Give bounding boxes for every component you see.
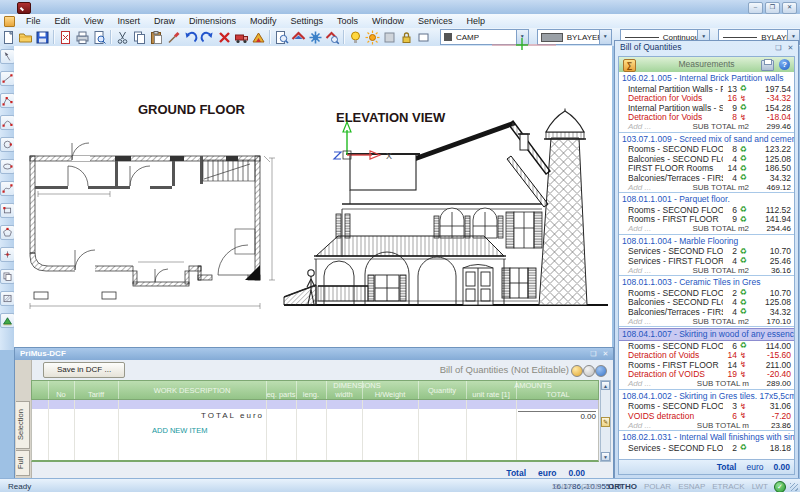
measurement-row[interactable]: Services - SECOND FLOOR2♻18.18 (619, 443, 794, 453)
measurement-row[interactable]: Internal Partition Walls - FIR....13♻197… (619, 84, 794, 94)
boq-group-title[interactable]: 108.01.1.004 - Marble Flooring (619, 236, 794, 247)
layer-freeze-icon[interactable] (364, 29, 381, 45)
close-icon[interactable]: ✕ (601, 349, 610, 358)
measurement-row[interactable]: Balconies/Terraces - FIRST F...4♻34.32 (619, 173, 794, 183)
minimize-button[interactable]: – (748, 2, 763, 14)
measurement-row[interactable]: Balconies - SECOND FLOOR4♻125.08 (619, 298, 794, 308)
elevation-view-drawing[interactable]: X (280, 108, 612, 347)
boq-group-title[interactable]: 103.07.1.009 - Screed mix of sand and ce… (619, 134, 794, 145)
copy-tool-icon[interactable] (0, 269, 15, 284)
col-header-leng[interactable]: leng. (296, 390, 326, 400)
measurement-row[interactable]: Rooms - SECOND FLOOR8♻123.22 (619, 145, 794, 155)
menu-draw[interactable]: Draw (147, 15, 182, 28)
status-ok-icon[interactable]: ✓ (774, 481, 786, 492)
scroll-edit-icon[interactable]: ✎ (601, 417, 610, 427)
toggle-etrack[interactable]: ETRACK (712, 482, 744, 491)
object-snap-icon[interactable] (307, 29, 324, 45)
maximize-button[interactable]: ❒ (765, 2, 780, 14)
selected-row[interactable] (32, 400, 598, 409)
add-measurement-link[interactable]: Add ... (619, 421, 670, 430)
menu-help[interactable]: Help (460, 15, 493, 28)
layer-on-icon[interactable] (347, 29, 364, 45)
line-tool-icon[interactable] (0, 71, 15, 86)
hatch-tool-icon[interactable] (0, 291, 15, 306)
measurement-row[interactable]: Rooms - FIRST FLOOR14↯211.00 (619, 360, 794, 370)
color-combo-arrow[interactable]: ▼ (599, 30, 611, 44)
add-new-item-link[interactable]: ADD NEW ITEM (152, 426, 207, 435)
measurement-row[interactable]: VOIDS detraction6↯-7.20 (619, 411, 794, 421)
menu-modify[interactable]: Modify (243, 15, 284, 28)
measurement-row[interactable]: FIRST FLOOR Rooms14♻186.50 (619, 164, 794, 174)
col-header-total[interactable]: TOTAL (516, 390, 600, 400)
dcf-panel-title[interactable]: PriMus-DCF (15, 348, 613, 360)
toggle-snap[interactable]: SNAP (552, 482, 574, 491)
pin-icon[interactable]: ❏ (589, 349, 598, 358)
measurement-row[interactable]: Balconies - SECOND FLOOR4♻125.08 (619, 154, 794, 164)
dcf-export-icon[interactable] (571, 365, 583, 377)
rectangle-tool-icon[interactable] (0, 203, 15, 218)
measurement-row[interactable]: Services - SECOND FLOOR2♻10.70 (619, 247, 794, 257)
add-measurement-link[interactable]: Add ... (619, 379, 670, 388)
close-button[interactable]: ✕ (782, 2, 797, 14)
spline-tool-icon[interactable] (0, 181, 15, 196)
dcf-vertical-scrollbar[interactable]: ▲ ✎ ▼ (600, 380, 611, 462)
col-header-tariff[interactable]: Tariff (74, 390, 118, 400)
dcf-table-body[interactable]: TOTAL euro 0.00 ADD NEW ITEM (31, 400, 599, 462)
polygon-tool-icon[interactable] (0, 225, 15, 240)
scroll-up-button[interactable]: ▲ (601, 381, 610, 390)
menu-settings[interactable]: Settings (283, 15, 330, 28)
close-document-icon[interactable] (57, 29, 74, 45)
boq-group-title[interactable]: 108.02.1.031 - Internal Wall finishings … (619, 432, 794, 443)
measurement-row[interactable]: Rooms - SECOND FLOOR6♻112.52 (619, 205, 794, 215)
boq-group-title[interactable]: 108.01.1.003 - Ceramic Tiles in Gres (619, 277, 794, 288)
boq-group-title[interactable]: 108.04.1.007 - Skirting in wood of any e… (619, 328, 794, 341)
help-icon[interactable]: ? (779, 59, 790, 70)
select-tool-icon[interactable] (0, 49, 15, 64)
save-in-dcf-button[interactable]: Save in DCF ... (43, 362, 125, 378)
toggle-grid[interactable]: GRID (581, 482, 601, 491)
delete-icon[interactable] (216, 29, 233, 45)
menu-edit[interactable]: Edit (48, 15, 78, 28)
measure-tool-icon[interactable] (0, 313, 15, 328)
col-header-hweight[interactable]: H/Weight (362, 390, 418, 400)
circle-tool-icon[interactable] (0, 137, 15, 152)
redo-icon[interactable] (199, 29, 216, 45)
measurement-row[interactable]: Detraction of Voids14↯-15.60 (619, 351, 794, 361)
roof-tool-icon[interactable] (290, 29, 307, 45)
scroll-down-button[interactable]: ▼ (601, 452, 610, 461)
resize-grip[interactable] (790, 483, 798, 491)
toggle-polar[interactable]: POLAR (644, 482, 671, 491)
measurements-list[interactable]: 106.02.1.005 - Internal Brick Partition … (619, 72, 794, 460)
layer-color-icon[interactable] (415, 29, 432, 45)
layer-lock-icon[interactable] (398, 29, 415, 45)
copy-icon[interactable] (131, 29, 148, 45)
menu-dimensions[interactable]: Dimensions (182, 15, 243, 28)
add-measurement-link[interactable]: Add ... (619, 266, 670, 275)
dcf-settings-icon[interactable] (583, 365, 595, 377)
format-painter-icon[interactable] (165, 29, 182, 45)
export-dcf-icon[interactable] (233, 29, 250, 45)
dcf-info-icon[interactable] (595, 365, 607, 377)
open-icon[interactable] (17, 29, 34, 45)
ground-floor-plan-drawing[interactable] (20, 134, 310, 347)
print-icon[interactable] (761, 60, 774, 71)
zoom-extents-icon[interactable] (273, 29, 290, 45)
col-header-eq-parts[interactable]: eq. parts (266, 390, 296, 400)
save-icon[interactable] (34, 29, 51, 45)
print-icon[interactable] (74, 29, 91, 45)
measurement-row[interactable]: Internal Partition walls - SEC...9♻154.2… (619, 103, 794, 113)
print-preview-icon[interactable] (91, 29, 108, 45)
arc-tool-icon[interactable] (0, 115, 15, 130)
toggle-ortho[interactable]: ORTHO (608, 482, 637, 491)
boq-group-title[interactable]: 108.04.1.002 - Skirting in Gres tiles. 1… (619, 391, 794, 402)
boq-group-title[interactable]: 108.01.1.001 - Parquet floor. (619, 194, 794, 205)
menu-tools[interactable]: Tools (330, 15, 365, 28)
paste-icon[interactable] (148, 29, 165, 45)
undo-icon[interactable] (182, 29, 199, 45)
toggle-esnap[interactable]: ESNAP (678, 482, 705, 491)
boq-group-title[interactable]: 106.02.1.005 - Internal Brick Partition … (619, 73, 794, 84)
add-measurement-link[interactable]: Add ... (619, 224, 670, 233)
add-measurement-link[interactable]: Add ... (619, 122, 670, 131)
col-header-quantity[interactable]: Quantity (418, 385, 466, 397)
polyline-tool-icon[interactable] (0, 93, 15, 108)
